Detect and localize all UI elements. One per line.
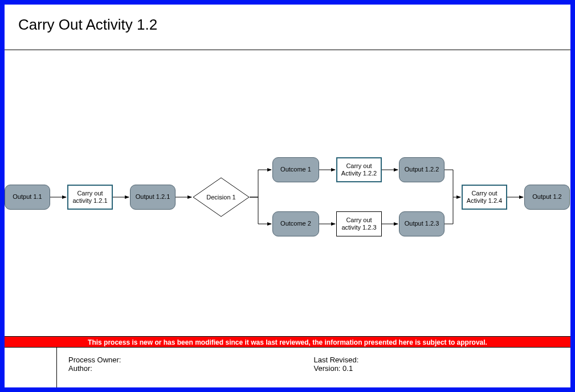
node-output-1-1: Output 1.1 bbox=[5, 185, 50, 210]
footer-right: Process Owner: Author: Last Revised: Ver… bbox=[57, 348, 570, 387]
node-activity-1-2-1: Carry out activity 1.2.1 bbox=[67, 185, 113, 210]
last-revised-row: Last Revised: bbox=[314, 356, 560, 364]
node-label: Output 1.2.1 bbox=[136, 193, 170, 201]
node-outcome-2: Outcome 2 bbox=[272, 211, 319, 236]
node-label: Decision 1 bbox=[206, 194, 235, 201]
node-activity-1-2-4: Carry out Activity 1.2.4 bbox=[462, 185, 507, 210]
footer-col-2: Last Revised: Version: 0.1 bbox=[314, 356, 560, 379]
footer-left-cell bbox=[5, 348, 57, 387]
version-label: Version: bbox=[314, 364, 341, 373]
author-label: Author: bbox=[68, 364, 92, 373]
node-label: Outcome 1 bbox=[280, 166, 311, 173]
version-value: 0.1 bbox=[342, 364, 353, 373]
node-decision-1: Decision 1 bbox=[193, 177, 250, 217]
node-output-1-2: Output 1.2 bbox=[524, 185, 570, 210]
node-label: Output 1.2.2 bbox=[405, 166, 439, 173]
node-label: Carry out Activity 1.2.2 bbox=[340, 162, 378, 177]
approval-banner: This process is new or has been modified… bbox=[5, 336, 570, 348]
process-owner-row: Process Owner: bbox=[68, 356, 314, 364]
node-activity-1-2-2: Carry out Activity 1.2.2 bbox=[336, 157, 382, 182]
node-label: Carry out activity 1.2.3 bbox=[339, 217, 379, 231]
diagram-frame: Carry Out Activity 1.2 bbox=[0, 0, 575, 392]
node-label: Output 1.2.3 bbox=[405, 220, 439, 227]
process-owner-label: Process Owner: bbox=[68, 356, 121, 364]
node-label: Outcome 2 bbox=[280, 220, 311, 227]
footer-col-1: Process Owner: Author: bbox=[68, 356, 314, 379]
footer: Process Owner: Author: Last Revised: Ver… bbox=[5, 348, 570, 387]
node-output-1-2-3: Output 1.2.3 bbox=[399, 211, 444, 236]
version-row: Version: 0.1 bbox=[314, 364, 560, 373]
flowchart-canvas: Output 1.1 Carry out activity 1.2.1 Outp… bbox=[5, 50, 570, 330]
node-label: Output 1.1 bbox=[13, 193, 42, 201]
node-label: Carry out activity 1.2.1 bbox=[71, 190, 109, 205]
node-output-1-2-2: Output 1.2.2 bbox=[399, 157, 444, 182]
node-label: Carry out Activity 1.2.4 bbox=[465, 190, 504, 205]
last-revised-label: Last Revised: bbox=[314, 356, 359, 364]
node-activity-1-2-3: Carry out activity 1.2.3 bbox=[336, 211, 382, 236]
node-output-1-2-1: Output 1.2.1 bbox=[130, 185, 176, 210]
author-row: Author: bbox=[68, 364, 314, 373]
header: Carry Out Activity 1.2 bbox=[5, 5, 570, 50]
node-label: Output 1.2 bbox=[532, 193, 561, 201]
node-outcome-1: Outcome 1 bbox=[272, 157, 319, 182]
page-title: Carry Out Activity 1.2 bbox=[18, 16, 557, 34]
